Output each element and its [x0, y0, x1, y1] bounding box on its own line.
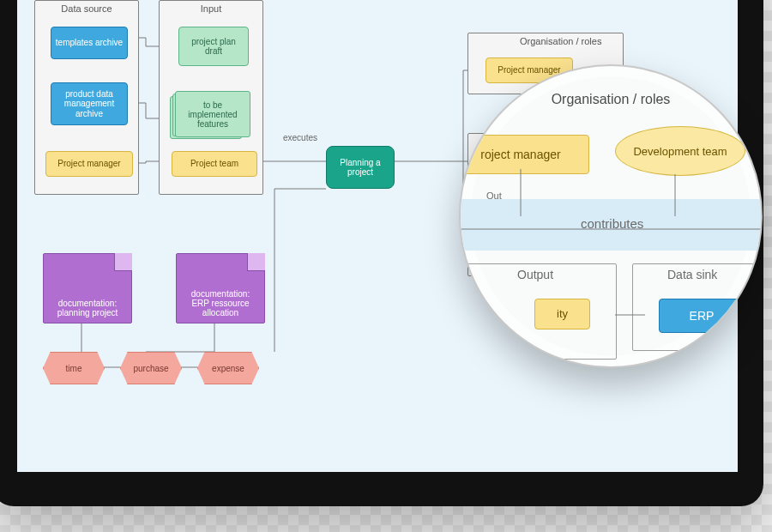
node-templates-archive[interactable]: templates archive — [51, 27, 128, 59]
lens-node-ity[interactable]: ity — [534, 299, 590, 329]
magnifier-lens: Organisation / roles roject manager Deve… — [459, 64, 763, 368]
group-title-data-source: Data source — [61, 3, 112, 14]
doc-planning-project[interactable]: documentation: planning project — [43, 253, 132, 323]
lens-node-project-manager[interactable]: roject manager — [459, 135, 589, 174]
lens-group-title-data-sink: Data sink — [667, 268, 717, 281]
hex-expense[interactable]: expense — [197, 352, 259, 384]
node-project-manager[interactable]: Project manager — [45, 151, 133, 177]
node-product-data-archive[interactable]: product data management archive — [51, 82, 128, 125]
group-input: Input project plan draft to be implement… — [159, 0, 263, 195]
doc-erp-allocation[interactable]: documentation: ERP ressource allocation — [176, 253, 265, 323]
group-title-organisation: Organisation / roles — [520, 36, 601, 46]
hex-purchase[interactable]: purchase — [120, 352, 182, 384]
lens-group-title-output: Output — [517, 268, 553, 281]
lens-node-development-team[interactable]: Development team — [615, 126, 745, 176]
node-project-team[interactable]: Project team — [172, 151, 257, 177]
lens-title: Organisation / roles — [552, 92, 671, 107]
lens-label-out: Out — [486, 190, 502, 201]
hex-time[interactable]: time — [43, 352, 105, 384]
node-planning-a-project[interactable]: Planning a project — [326, 146, 395, 189]
group-data-source: Data source templates archive product da… — [34, 0, 139, 195]
group-title-input: Input — [201, 3, 221, 14]
node-project-plan-draft[interactable]: project plan draft — [178, 27, 249, 66]
label-executes: executes — [283, 133, 317, 142]
lens-label-contributes: contributes — [581, 216, 643, 231]
node-to-be-implemented[interactable]: to be implemented features — [175, 91, 245, 132]
